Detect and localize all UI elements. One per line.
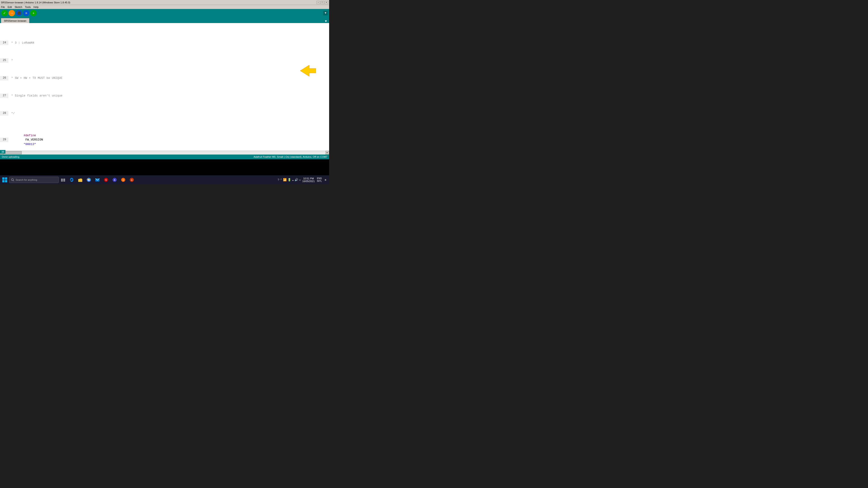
upload-button[interactable]: → (8, 10, 15, 16)
scroll-right-arrow[interactable]: ▶ (326, 151, 329, 155)
svg-rect-10 (63, 180, 65, 182)
editor-area[interactable]: 24 * 3 : LoRaWAN 25 * 26 * SW + HW + TX … (0, 23, 329, 151)
title-bar: SRSSensor-lorawan | Arduino 1.8.14 (Wind… (0, 0, 329, 5)
tray-pen-icon[interactable]: ✏ (299, 178, 301, 182)
tray-battery-icon[interactable]: 🔋 (287, 178, 291, 182)
task-view-icon (61, 177, 66, 182)
verify-button[interactable]: ✓ (1, 10, 8, 16)
svg-rect-7 (61, 179, 63, 180)
menu-bar: File Edit Sketch Tools Help (0, 5, 329, 9)
close-button[interactable]: ✕ (324, 1, 328, 4)
task-view-button[interactable] (60, 176, 66, 183)
system-tray: ? ⌃ 📶 🔋 ☁ 🔊 ✏ 10:51 PM 16/05/2021 ENG IN… (278, 176, 328, 183)
tray-chevron-icon[interactable]: ⌃ (280, 178, 282, 182)
menu-tools[interactable]: Tools (25, 6, 31, 8)
app8-icon: G (129, 177, 134, 182)
tray-cloud-icon[interactable]: ☁ (292, 178, 294, 182)
line-24: 24 * 3 : LoRaWAN (0, 41, 329, 45)
clock-time: 10:51 PM (302, 177, 315, 180)
window-controls: ─ □ ✕ (316, 1, 328, 4)
taskbar-chrome-icon[interactable] (86, 176, 92, 183)
taskbar-edge-icon[interactable] (68, 176, 75, 183)
line-indicator: 38 (0, 150, 5, 154)
svg-rect-1 (2, 177, 4, 180)
taskbar-search[interactable]: Search for anything (9, 177, 59, 183)
line-27: 27 * Single fields aren't unique (0, 94, 329, 98)
window-title: SRSSensor-lorawan | Arduino 1.8.14 (Wind… (1, 1, 70, 4)
taskbar-app5-icon[interactable]: S (103, 176, 110, 183)
taskbar-app-icons: S A G G (67, 176, 136, 183)
tab-right-button[interactable]: ▼ (324, 20, 328, 23)
horizontal-scrollbar[interactable]: ◀ ▶ (0, 151, 329, 154)
svg-rect-4 (5, 180, 7, 182)
svg-point-5 (11, 179, 13, 181)
menu-edit[interactable]: Edit (8, 6, 12, 8)
status-message: Done uploading. (2, 156, 20, 158)
tab-label: SRSSensor-lorawan (4, 20, 26, 22)
notification-button[interactable]: ▦ (323, 176, 328, 183)
line-29: 29 #define FW_VERSION "00013" (0, 129, 329, 151)
edge-browser-icon (69, 177, 74, 182)
minimize-button[interactable]: ─ (316, 1, 320, 4)
taskbar-explorer-icon[interactable] (77, 176, 84, 183)
clock-date: 16/05/2021 (302, 180, 315, 183)
svg-line-6 (13, 181, 14, 182)
taskbar-app7-icon[interactable]: G (120, 176, 127, 183)
menu-sketch[interactable]: Sketch (15, 6, 22, 8)
svg-text:A: A (114, 179, 115, 182)
tray-wifi-icon[interactable]: 📶 (283, 178, 287, 182)
status-bar: Done uploading. Adafruit Feather M0, Sma… (0, 154, 329, 159)
security-icon: S (103, 177, 108, 182)
tab-srs-sensor[interactable]: SRSSensor-lorawan (1, 18, 29, 23)
code-content: 24 * 3 : LoRaWAN 25 * 26 * SW + HW + TX … (0, 23, 329, 151)
taskbar-app8-icon[interactable]: G (128, 176, 135, 183)
svg-text:G: G (131, 179, 132, 182)
svg-rect-11 (78, 179, 82, 182)
toolbar: ✓ → ⬛ ≡ + ▼ (0, 9, 329, 17)
line-26: 26 * SW + HW + TX MUST be UNIQUE (0, 76, 329, 80)
serial-monitor-button[interactable]: ≡ (23, 10, 29, 16)
chrome-browser-icon (86, 177, 91, 182)
line-25: 25 * (0, 58, 329, 63)
sys-tray-icons: ? ⌃ 📶 🔋 ☁ 🔊 ✏ (278, 178, 301, 182)
new-button[interactable]: + (30, 10, 37, 16)
file-explorer-icon (78, 177, 83, 182)
svg-rect-3 (2, 180, 4, 182)
app7-icon: G (121, 177, 126, 182)
svg-rect-2 (5, 177, 7, 180)
restore-button[interactable]: □ (320, 1, 324, 4)
windows-logo-icon (2, 177, 7, 182)
svg-text:S: S (105, 179, 107, 182)
toolbar-right-icon: ▼ (323, 11, 328, 15)
mail-icon (95, 177, 100, 182)
start-button[interactable] (1, 176, 8, 183)
search-icon (11, 178, 14, 182)
debug-button[interactable]: ⬛ (16, 10, 22, 16)
taskbar-app6-icon[interactable]: A (111, 176, 118, 183)
status-right: Adafruit Feather M0, Small (-Os) (standa… (254, 156, 327, 158)
tray-volume-icon[interactable]: 🔊 (294, 178, 298, 182)
taskbar-mail-icon[interactable] (94, 176, 101, 183)
app6-icon: A (112, 177, 117, 182)
svg-rect-8 (63, 179, 65, 180)
search-placeholder-text: Search for anything (16, 178, 37, 181)
menu-file[interactable]: File (1, 6, 5, 8)
svg-text:G: G (123, 179, 124, 182)
language-indicator[interactable]: ENG INTL (317, 177, 322, 183)
tab-bar: SRSSensor-lorawan ▼ (0, 17, 329, 23)
scroll-track[interactable] (4, 151, 326, 155)
taskbar: Search for anything (0, 175, 329, 184)
line-28: 28 */ (0, 111, 329, 116)
scroll-thumb[interactable] (4, 151, 22, 154)
tray-help-icon[interactable]: ? (278, 178, 279, 182)
svg-rect-9 (61, 180, 63, 182)
menu-help[interactable]: Help (33, 6, 39, 8)
system-clock[interactable]: 10:51 PM 16/05/2021 (302, 177, 315, 183)
